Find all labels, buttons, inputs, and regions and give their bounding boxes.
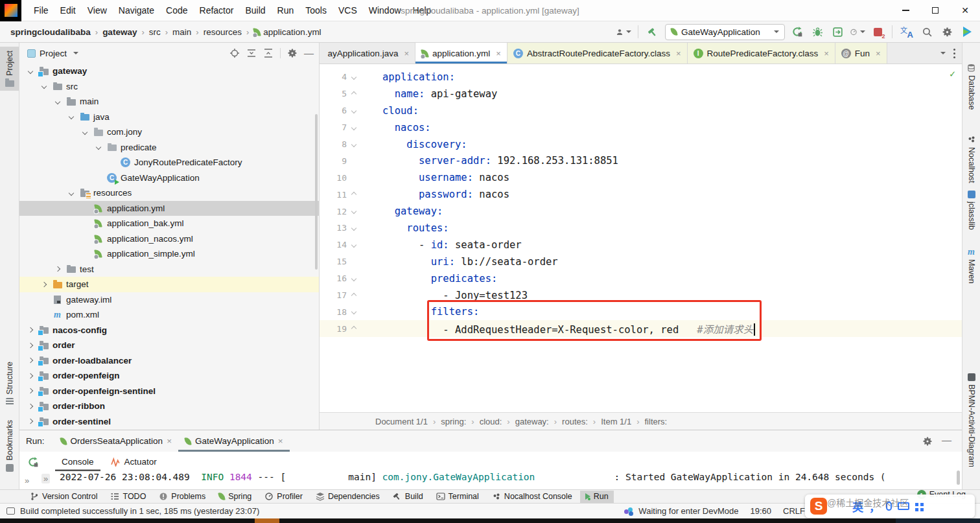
fold-marker[interactable]: [347, 75, 361, 79]
code-line-7[interactable]: 7 nacos:: [320, 119, 962, 136]
panel-settings-gear-icon[interactable]: [287, 48, 298, 58]
close-tab-icon[interactable]: ×: [404, 49, 409, 58]
tree-item-resources[interactable]: resources: [19, 185, 319, 201]
code-line-8[interactable]: 8 discovery:: [320, 136, 962, 153]
tree-item-JonyRoutePredicateFactory[interactable]: CJonyRoutePredicateFactory: [19, 155, 319, 170]
tree-item-order-openfeign-sentinel[interactable]: order-openfeign-sentinel: [19, 384, 319, 399]
tree-item-GateWayApplication[interactable]: CGateWayApplication: [19, 170, 319, 186]
editor-tab-application.yml[interactable]: application.yml×: [415, 43, 508, 64]
console-scrollbar[interactable]: [957, 471, 960, 485]
code-line-11[interactable]: 11 password: nacos: [320, 186, 962, 203]
tree-item-main[interactable]: main: [19, 94, 319, 110]
stripe-bpmn-activiti-diagram[interactable]: BPMN-Activiti-Diagram: [962, 369, 980, 471]
stop-icon[interactable]: 2: [870, 24, 885, 40]
fold-marker[interactable]: [347, 192, 361, 196]
editor-tab-RoutePredicateFactory.class[interactable]: IRoutePredicateFactory.class×: [688, 43, 835, 64]
breadcrumb-item[interactable]: src: [148, 27, 162, 38]
fold-marker[interactable]: [347, 294, 361, 297]
menu-run[interactable]: Run: [272, 0, 300, 21]
toolwindow-version-control[interactable]: Version Control: [25, 491, 102, 503]
tree-item-predicate[interactable]: predicate: [19, 140, 319, 156]
plugin-play-icon[interactable]: [959, 24, 975, 40]
close-tab-icon[interactable]: ×: [167, 436, 172, 446]
close-tab-icon[interactable]: ×: [278, 436, 283, 446]
menu-tools[interactable]: Tools: [299, 0, 332, 21]
menu-navigate[interactable]: Navigate: [113, 0, 160, 21]
close-tab-icon[interactable]: ×: [876, 49, 881, 58]
run-settings-gear-icon[interactable]: [922, 436, 933, 447]
console-fold-icon[interactable]: »: [41, 474, 50, 483]
stripe-project[interactable]: Project: [0, 47, 19, 91]
search-everywhere-icon[interactable]: [919, 24, 935, 40]
toolwindow-dependencies[interactable]: Dependencies: [310, 491, 385, 503]
code-editor[interactable]: 4application:5 name: api-gateway6cloud:7…: [320, 64, 962, 412]
tree-item-order-loadbalancer[interactable]: order-loadbalancer: [19, 353, 319, 369]
tree-item-application_nacos.yml[interactable]: application_nacos.yml: [19, 231, 319, 247]
menu-code[interactable]: Code: [160, 0, 193, 21]
stripe-structure[interactable]: Structure: [0, 358, 19, 410]
view-tab-actuator[interactable]: Actuator: [104, 452, 163, 471]
editor-tab-AbstractRoutePredicateFactory.class[interactable]: CAbstractRoutePredicateFactory.class×: [508, 43, 688, 64]
project-scrollbar[interactable]: [315, 114, 318, 270]
code-line-9[interactable]: 9 server-addr: 192.168.253.131:8851: [320, 152, 962, 169]
locate-file-icon[interactable]: [229, 48, 240, 58]
translate-icon[interactable]: 文A: [899, 24, 915, 40]
stripe-maven[interactable]: mMaven: [962, 244, 980, 288]
menu-view[interactable]: View: [82, 0, 113, 21]
rerun-icon[interactable]: [789, 24, 805, 40]
editor-tab-ayApplication.java[interactable]: ayApplication.java×: [320, 43, 415, 64]
profiler-icon[interactable]: [850, 24, 865, 40]
close-tab-icon[interactable]: ×: [824, 49, 829, 58]
line-ending[interactable]: CRLF: [783, 506, 805, 516]
tree-item-order-sentinel[interactable]: order-sentinel: [19, 414, 319, 430]
code-line-19[interactable]: 19 - AddRequestHeader=X-Request-color, r…: [320, 320, 962, 337]
project-view-dropdown-icon[interactable]: [73, 52, 78, 54]
toolwindow-spring[interactable]: Spring: [213, 491, 257, 503]
stripe-database[interactable]: Database: [962, 60, 980, 114]
code-line-5[interactable]: 5 name: api-gateway: [320, 86, 962, 102]
tree-item-target[interactable]: target: [19, 277, 319, 292]
settings-gear-icon[interactable]: [939, 24, 955, 40]
fold-marker[interactable]: [347, 310, 361, 314]
collapse-all-icon[interactable]: [263, 48, 274, 58]
code-line-14[interactable]: 14 - id: seata-order: [320, 237, 962, 253]
toolwindow-profiler[interactable]: Profiler: [259, 491, 308, 503]
toolwindow-nocalhost-console[interactable]: Nocalhost Console: [487, 491, 578, 503]
editor-breadcrumb-item[interactable]: cloud:: [480, 417, 502, 426]
code-line-16[interactable]: 16 predicates:: [320, 270, 962, 287]
stripe-jclasslib[interactable]: jclasslib: [962, 187, 980, 234]
coverage-icon[interactable]: [830, 24, 845, 40]
view-tab-console[interactable]: Console: [55, 452, 100, 471]
expand-all-icon[interactable]: [246, 48, 257, 58]
tree-item-order-ribbon[interactable]: order-ribbon: [19, 399, 319, 414]
nocalhost-status[interactable]: Waiting for enter DevMode: [624, 506, 738, 516]
menu-help[interactable]: Help: [407, 0, 438, 21]
editor-breadcrumb-item[interactable]: spring:: [441, 417, 466, 426]
run-configuration-select[interactable]: GateWayApplication: [665, 24, 785, 40]
debug-icon[interactable]: [810, 24, 825, 40]
editor-breadcrumb-item[interactable]: Item 1/1: [601, 417, 631, 426]
tree-item-gateway[interactable]: gateway: [19, 64, 319, 79]
toolwindow-build[interactable]: Build: [388, 491, 428, 503]
fold-marker[interactable]: [347, 243, 361, 247]
tree-item-application.yml[interactable]: application.yml: [19, 201, 319, 216]
code-line-12[interactable]: 12 gateway:: [320, 203, 962, 220]
code-line-15[interactable]: 15 uri: lb://seata-order: [320, 253, 962, 270]
user-account-icon[interactable]: [616, 24, 631, 40]
tree-item-gateway.iml[interactable]: gateway.iml: [19, 292, 319, 308]
code-line-18[interactable]: 18 filters:: [320, 303, 962, 320]
tree-item-application_bak.yml[interactable]: application_bak.yml: [19, 216, 319, 231]
tree-item-test[interactable]: test: [19, 262, 319, 277]
breadcrumb-item[interactable]: application.yml: [252, 27, 322, 38]
breadcrumb-item[interactable]: resources: [202, 27, 243, 38]
toolwindow-terminal[interactable]: Terminal: [431, 491, 484, 503]
breadcrumb-item[interactable]: gateway: [101, 27, 138, 38]
close-tab-icon[interactable]: ×: [496, 49, 501, 58]
editor-breadcrumb-item[interactable]: filters:: [645, 417, 668, 426]
toolwindow-problems[interactable]: Problems: [154, 491, 211, 503]
tree-item-com.jony[interactable]: com.jony: [19, 124, 319, 140]
hide-panel-icon[interactable]: —: [304, 50, 314, 56]
menu-edit[interactable]: Edit: [54, 0, 82, 21]
close-tab-icon[interactable]: ×: [676, 49, 681, 58]
stripe-bookmarks[interactable]: Bookmarks: [0, 416, 19, 476]
